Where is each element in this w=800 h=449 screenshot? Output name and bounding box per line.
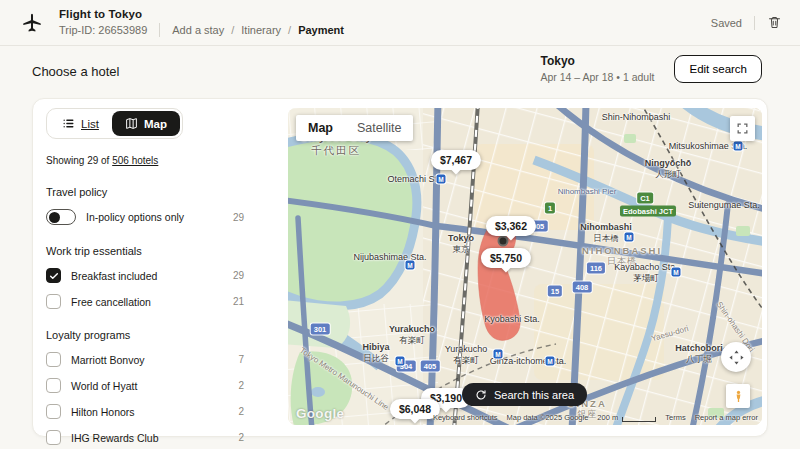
list-view-button[interactable]: List [49, 111, 112, 136]
toggle-knob [49, 212, 60, 223]
street-view-pegman-button[interactable] [726, 384, 750, 408]
price-marker-3362[interactable]: $3,362 [486, 216, 536, 236]
results-count: Showing 29 of 506 hotels [46, 155, 246, 166]
list-icon [62, 117, 75, 130]
map-type-satellite-button[interactable]: Satellite [345, 115, 413, 141]
price-marker-pointer [410, 414, 420, 424]
filter-count: 21 [233, 296, 246, 307]
map-label-kayabacho-sta-: Kayabacho Sta.茅場町 [614, 262, 678, 283]
map-view-label: Map [144, 118, 167, 130]
map-label-text: Nijubashimae Sta. [353, 252, 426, 263]
report-map-error-link[interactable]: Report a map error [695, 413, 758, 422]
filter-label: World of Hyatt [71, 380, 137, 392]
filter-row-world-of-hyatt[interactable]: World of Hyatt2 [46, 378, 246, 393]
checkbox-world-of-hyatt[interactable] [46, 378, 61, 393]
checkbox-marriott-bonvoy[interactable] [46, 352, 61, 367]
route-shield-1: 1 [545, 203, 555, 214]
breadcrumb-item-payment[interactable]: Payment [298, 24, 344, 36]
breadcrumb: Add a stay/Itinerary/Payment [172, 24, 344, 36]
breadcrumb-item-add-a-stay[interactable]: Add a stay [172, 24, 224, 36]
check-icon [49, 271, 59, 281]
terms-link[interactable]: Terms [665, 413, 685, 422]
filter-row-hilton-honors[interactable]: Hilton Honors2 [46, 404, 246, 419]
metro-station-icon: M [734, 142, 743, 151]
breadcrumb-item-itinerary[interactable]: Itinerary [241, 24, 281, 36]
filter-label: In-policy options only [86, 211, 184, 223]
map-label-suitengumae-sta-: Suitengumae Sta. [688, 200, 760, 211]
map-label-text: Kyobashi Sta. [484, 314, 540, 325]
checkbox-breakfast-included[interactable] [46, 268, 61, 283]
divider [159, 23, 160, 37]
checkbox-free-cancellation[interactable] [46, 294, 61, 309]
filter-row-ihg-rewards-club[interactable]: IHG Rewards Club2 [46, 430, 246, 445]
map-label-shin-nihombashi: Shin-Nihombashi [602, 112, 671, 123]
list-view-label: List [81, 118, 99, 130]
filter-label: Breakfast included [71, 270, 157, 282]
google-logo: Google [296, 406, 344, 421]
results-count-prefix: Showing 29 of [46, 155, 112, 166]
filter-row-free-cancellation[interactable]: Free cancellation21 [46, 294, 246, 309]
filter-count: 29 [233, 212, 246, 223]
map-label-ningy-ch-: Ningyōchō人形町 [645, 158, 692, 179]
policy-toggle[interactable] [46, 209, 76, 225]
filter-label: Free cancellation [71, 296, 151, 308]
map-view-button[interactable]: Map [112, 111, 180, 136]
metro-station-icon: M [406, 261, 415, 270]
trip-title: Flight to Tokyo [59, 8, 344, 20]
keyboard-shortcuts-link[interactable]: Keyboard shortcuts [433, 413, 498, 422]
price-marker-7467[interactable]: $7,467 [431, 150, 481, 170]
metro-station-icon: M [546, 357, 555, 366]
filter-row-marriott-bonvoy[interactable]: Marriott Bonvoy7 [46, 352, 246, 367]
map-label-text: Edobashi JCT [623, 207, 673, 216]
results-count-link[interactable]: 506 hotels [112, 155, 158, 166]
map-label-hibiya: Hibiya日比谷 [362, 342, 389, 363]
map-type-control: Map Satellite [296, 115, 413, 141]
map-label-text: Yaesu-dori [650, 324, 689, 344]
filter-row-breakfast-included[interactable]: Breakfast included29 [46, 268, 246, 283]
filters-panel: List Map Showing 29 of 506 hotels Travel… [46, 108, 246, 449]
map-label-hatchobori: Hatchobori八丁堀 [675, 343, 723, 364]
map-data-label: Map data ©2025 Google [507, 413, 589, 422]
metro-station-icon: M [494, 350, 503, 359]
pan-map-button[interactable] [721, 342, 751, 372]
route-shield-301: 301 [311, 324, 330, 335]
filter-count: 7 [238, 354, 246, 365]
map-label-text: Yurakucho [445, 344, 488, 355]
map-label-sub: 東京 [448, 243, 474, 253]
filter-row-in-policy-options-only[interactable]: In-policy options only29 [46, 209, 246, 225]
map-label-text: Suitengumae Sta. [688, 200, 760, 211]
edit-search-button[interactable]: Edit search [674, 55, 762, 83]
map-canvas[interactable]: Chiyoda City千代田区Shin-NihombashiMitsukosh… [288, 108, 762, 425]
map-label-text: Tokyo [448, 233, 474, 244]
checkbox-hilton-honors[interactable] [46, 404, 61, 419]
map-type-map-button[interactable]: Map [296, 115, 345, 141]
trip-id: Trip-ID: 26653989 [59, 24, 147, 36]
dates-occupancy-label: Apr 14 – Apr 18 • 1 adult [540, 71, 654, 83]
map-label-sub: 人形町 [645, 168, 692, 178]
checkbox-ihg-rewards-club[interactable] [46, 430, 61, 445]
page-title: Choose a hotel [32, 64, 119, 79]
map-overlay: Chiyoda City千代田区Shin-NihombashiMitsukosh… [288, 108, 762, 425]
fullscreen-button[interactable] [730, 116, 755, 141]
map-label-yurakucho: Yurakucho有楽町 [445, 344, 488, 365]
search-this-area-button[interactable]: Search this area [462, 383, 587, 406]
map-label-kyobashi-sta-: Kyobashi Sta. [484, 314, 540, 325]
map-label-sub: 千代田区 [300, 144, 372, 157]
map-label-text: Shin-Nihombashi [602, 112, 671, 123]
route-shield-15: 15 [548, 286, 562, 297]
saved-status: Saved [711, 17, 742, 29]
filter-label: Hilton Honors [71, 406, 135, 418]
map-label-nijubashimae-sta-: Nijubashimae Sta. [353, 252, 426, 263]
price-marker-5750[interactable]: $5,750 [481, 248, 531, 268]
trash-icon[interactable] [767, 15, 782, 30]
view-toggle: List Map [46, 108, 183, 139]
filter-label: Marriott Bonvoy [71, 354, 145, 366]
search-summary: Tokyo Apr 14 – Apr 18 • 1 adult [540, 54, 654, 83]
map-label-sub: 有楽町 [389, 334, 435, 344]
map-label-sub: 茅場町 [614, 272, 678, 282]
metro-station-icon: M [625, 233, 634, 242]
metro-station-icon: M [672, 268, 681, 277]
filter-section-title: Loyalty programs [46, 329, 246, 341]
top-header: Flight to Tokyo Trip-ID: 26653989 Add a … [0, 0, 800, 46]
filter-section-title: Work trip essentials [46, 245, 246, 257]
